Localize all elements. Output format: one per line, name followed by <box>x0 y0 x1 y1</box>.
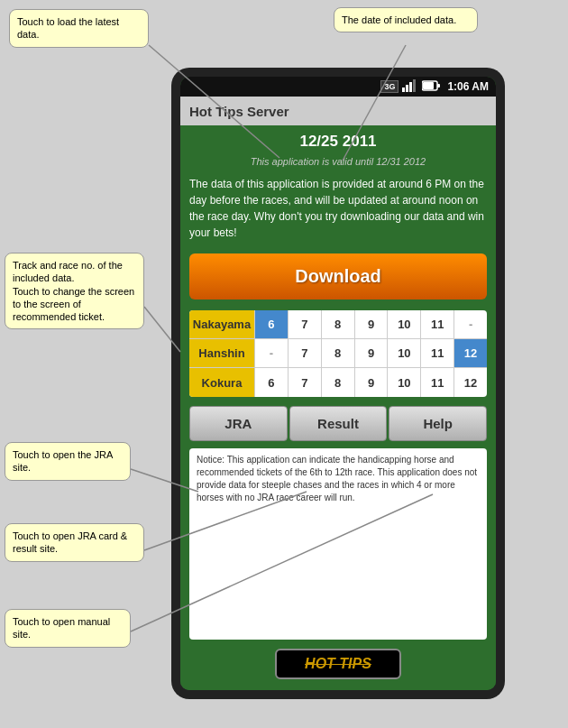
race-row-hanshin[interactable]: Hanshin - 7 8 9 10 11 12 <box>189 339 487 368</box>
help-button[interactable]: Help <box>389 406 487 441</box>
race-kokura-12[interactable]: 12 <box>453 368 487 397</box>
race-hanshin-10[interactable]: 10 <box>387 339 420 367</box>
tooltip-jra-card: Touch to open JRA card & result site. <box>5 523 144 562</box>
race-hanshin-8[interactable]: 8 <box>321 339 354 367</box>
date-title: 12/25 2011 <box>189 133 487 151</box>
tooltip-load-latest: Touch to load the latest data. <box>9 9 149 48</box>
jra-button[interactable]: JRA <box>189 406 288 441</box>
download-button[interactable]: Download <box>189 253 487 299</box>
svg-rect-6 <box>402 88 405 92</box>
tooltip-track-race: Track and race no. of the included data.… <box>5 253 144 329</box>
race-nakayama-11[interactable]: 11 <box>420 310 453 338</box>
notice-text: Notice: This application can indicate th… <box>197 455 477 502</box>
svg-rect-7 <box>406 85 408 92</box>
race-nakayama-9[interactable]: 9 <box>354 310 388 338</box>
signal-bars-icon <box>402 79 418 94</box>
svg-rect-8 <box>409 82 412 92</box>
race-kokura-8[interactable]: 8 <box>321 368 354 397</box>
hot-tips-text: HOT TIPS <box>305 656 371 671</box>
tooltip-jra-site: Touch to open the JRA site. <box>5 442 131 481</box>
race-nakayama-7[interactable]: 7 <box>288 310 321 338</box>
race-kokura-9[interactable]: 9 <box>354 368 388 397</box>
valid-until-text: This application is valid until 12/31 20… <box>189 156 487 167</box>
race-hanshin-dash: - <box>254 339 288 367</box>
race-hanshin-11[interactable]: 11 <box>420 339 453 367</box>
phone-frame: 3G 1:06 AM <box>171 68 505 699</box>
race-hanshin-9[interactable]: 9 <box>354 339 388 367</box>
race-hanshin-12[interactable]: 12 <box>453 339 487 367</box>
hot-tips-logo: HOT TIPS <box>275 649 401 679</box>
description-text: The data of this application is provided… <box>189 176 487 241</box>
race-nakayama-10[interactable]: 10 <box>387 310 420 338</box>
race-kokura-10[interactable]: 10 <box>387 368 420 397</box>
race-row-nakayama[interactable]: Nakayama 6 7 8 9 10 11 - <box>189 310 487 339</box>
main-content: 12/25 2011 This application is valid unt… <box>180 125 496 690</box>
race-nakayama-6[interactable]: 6 <box>254 310 288 338</box>
battery-icon <box>422 80 440 93</box>
race-nakayama-dash: - <box>453 310 487 338</box>
race-hanshin-7[interactable]: 7 <box>288 339 321 367</box>
race-row-kokura[interactable]: Kokura 6 7 8 9 10 11 12 <box>189 368 487 397</box>
tooltip-date-included: The date of included data. <box>334 7 478 32</box>
race-nakayama-8[interactable]: 8 <box>321 310 354 338</box>
time-display: 1:06 AM <box>447 80 489 93</box>
svg-rect-11 <box>423 82 434 89</box>
race-table: Nakayama 6 7 8 9 10 11 - Hanshin - 7 8 9… <box>189 310 487 397</box>
phone-screen: 3G 1:06 AM <box>180 77 496 690</box>
track-nakayama: Nakayama <box>189 310 254 338</box>
track-kokura: Kokura <box>189 368 254 397</box>
track-hanshin: Hanshin <box>189 339 254 367</box>
status-bar: 3G 1:06 AM <box>180 77 496 97</box>
tooltip-manual-site: Touch to open manual site. <box>5 609 131 648</box>
bottom-buttons: JRA Result Help <box>189 406 487 441</box>
status-icons: 3G 1:06 AM <box>380 79 489 94</box>
race-kokura-11[interactable]: 11 <box>420 368 453 397</box>
svg-rect-9 <box>413 79 416 92</box>
signal-3g-icon: 3G <box>380 80 399 93</box>
race-kokura-7[interactable]: 7 <box>288 368 321 397</box>
app-title: Hot Tips Server <box>189 104 289 119</box>
race-kokura-6[interactable]: 6 <box>254 368 288 397</box>
result-button[interactable]: Result <box>289 406 388 441</box>
notice-area: Notice: This application can indicate th… <box>189 448 487 640</box>
svg-rect-12 <box>437 84 440 88</box>
title-bar: Hot Tips Server <box>180 97 496 125</box>
